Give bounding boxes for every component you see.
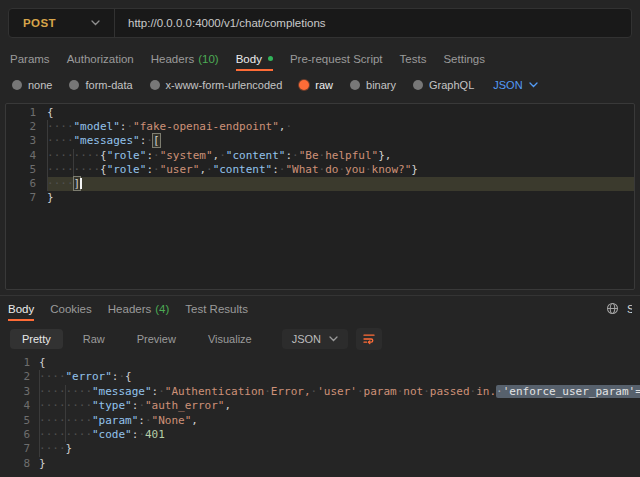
code-line[interactable]: 3····"messages":·[ <box>6 134 634 148</box>
indent-guide <box>73 149 74 163</box>
response-tab-body[interactable]: Body <box>8 296 34 321</box>
unsaved-dot-icon <box>268 56 273 61</box>
code-line[interactable]: 4········"type":·"auth_error", <box>0 399 640 413</box>
tab-tests[interactable]: Tests <box>400 46 427 71</box>
body-type-radio-none[interactable]: none <box>12 79 52 91</box>
tab-label: Body <box>8 303 34 315</box>
indent-guide <box>73 163 74 177</box>
indent-guide <box>47 163 48 177</box>
code-line[interactable]: 2····"model":·"fake-openai-endpoint",· <box>6 120 634 134</box>
indent-guide <box>47 120 48 134</box>
response-tab-cookies[interactable]: Cookies <box>50 296 92 321</box>
body-type-radio-x-www-form-urlencoded[interactable]: x-www-form-urlencoded <box>150 79 283 91</box>
line-number: 6 <box>0 428 30 442</box>
url-input[interactable]: http://0.0.0.0:4000/v1/chat/completions <box>128 17 326 29</box>
code-line[interactable]: 2····"error":·{ <box>0 370 640 384</box>
indent-guide <box>39 385 40 399</box>
response-tabs: BodyCookiesHeaders(4)Test Results S <box>0 295 640 321</box>
line-number: 1 <box>0 356 30 370</box>
view-visualize[interactable]: Visualize <box>196 329 264 349</box>
tab-label: Settings <box>443 53 485 65</box>
indent-guide <box>39 370 40 384</box>
body-type-radio-raw[interactable]: raw <box>299 79 333 91</box>
indent-guide <box>65 428 66 442</box>
response-toolbar: PrettyRawPreviewVisualize JSON <box>0 326 640 352</box>
method-select[interactable]: POST <box>9 9 115 37</box>
tab-label: Body <box>236 53 262 65</box>
code-line[interactable]: 1{ <box>0 356 640 370</box>
line-number: 8 <box>0 457 30 471</box>
code-line[interactable]: 1{ <box>6 106 634 120</box>
response-language-label: JSON <box>292 333 321 345</box>
tab-count-badge: (4) <box>155 303 169 315</box>
code-line[interactable]: 4········{"role":·"system",·"content":·"… <box>6 149 634 163</box>
indent-guide <box>39 428 40 442</box>
indent-guide <box>65 399 66 413</box>
indent-guide <box>47 177 48 191</box>
response-meta: S <box>606 296 632 321</box>
code-line[interactable]: 7} <box>6 191 634 205</box>
tab-count-badge: (10) <box>198 53 218 65</box>
tab-label: Params <box>10 53 50 65</box>
code-line[interactable]: 5········"param":·"None", <box>0 414 640 428</box>
indent-guide <box>65 385 66 399</box>
line-number: 2 <box>6 120 36 134</box>
request-body-editor[interactable]: 1{2····"model":·"fake-openai-endpoint",·… <box>5 103 635 290</box>
body-type-radio-form-data[interactable]: form-data <box>69 79 132 91</box>
line-number: 5 <box>6 163 36 177</box>
radio-label: GraphQL <box>429 79 474 91</box>
chevron-down-icon <box>329 336 338 342</box>
view-raw[interactable]: Raw <box>71 329 117 349</box>
indent-guide <box>39 414 40 428</box>
response-tab-headers[interactable]: Headers(4) <box>108 296 170 321</box>
language-select[interactable]: JSON <box>493 79 537 91</box>
line-number: 7 <box>6 191 36 205</box>
line-number: 1 <box>6 106 36 120</box>
tab-params[interactable]: Params <box>10 46 50 71</box>
radio-label: binary <box>366 79 396 91</box>
method-label: POST <box>23 17 56 29</box>
radio-icon <box>12 80 22 90</box>
line-number: 6 <box>6 177 36 191</box>
tab-settings[interactable]: Settings <box>443 46 485 71</box>
radio-label: form-data <box>85 79 132 91</box>
wrap-text-button[interactable] <box>356 328 382 350</box>
code-line[interactable]: 3········"message":·"Authentication·Erro… <box>0 385 640 399</box>
view-preview[interactable]: Preview <box>125 329 188 349</box>
tab-label: Pre-request Script <box>290 53 383 65</box>
indent-guide <box>47 134 48 148</box>
body-type-options: noneform-datax-www-form-urlencodedrawbin… <box>12 79 474 91</box>
response-language-select[interactable]: JSON <box>282 329 348 349</box>
line-number: 3 <box>0 385 30 399</box>
response-body-editor[interactable]: 1{2····"error":·{3········"message":·"Au… <box>0 356 640 477</box>
request-tabs: ParamsAuthorizationHeaders(10)BodyPre-re… <box>0 46 640 71</box>
line-number: 4 <box>6 149 36 163</box>
tab-label: Headers <box>151 53 194 65</box>
tab-authorization[interactable]: Authorization <box>67 46 134 71</box>
code-line[interactable]: 7····} <box>0 442 640 456</box>
body-type-row: noneform-datax-www-form-urlencodedrawbin… <box>0 72 640 98</box>
tab-label: Cookies <box>50 303 92 315</box>
radio-icon <box>413 80 423 90</box>
globe-icon[interactable] <box>606 302 619 315</box>
code-line[interactable]: 8} <box>0 457 640 471</box>
code-line[interactable]: 6····] <box>6 177 634 191</box>
code-line[interactable]: 6········"code":·401 <box>0 428 640 442</box>
line-number: 4 <box>0 399 30 413</box>
body-type-radio-binary[interactable]: binary <box>350 79 396 91</box>
radio-label: x-www-form-urlencoded <box>166 79 283 91</box>
line-number: 3 <box>6 134 36 148</box>
line-number: 2 <box>0 370 30 384</box>
radio-label: none <box>28 79 52 91</box>
tab-headers[interactable]: Headers(10) <box>151 46 219 71</box>
line-number: 7 <box>0 442 30 456</box>
response-tab-test-results[interactable]: Test Results <box>185 296 248 321</box>
radio-icon <box>150 80 160 90</box>
tab-label: Headers <box>108 303 151 315</box>
body-type-radio-graphql[interactable]: GraphQL <box>413 79 474 91</box>
tab-pre-request-script[interactable]: Pre-request Script <box>290 46 383 71</box>
view-pretty[interactable]: Pretty <box>10 329 63 349</box>
tab-body[interactable]: Body <box>236 46 273 71</box>
code-line[interactable]: 5········{"role":·"user",·"content":·"Wh… <box>6 163 634 177</box>
url-container: POST http://0.0.0.0:4000/v1/chat/complet… <box>8 8 632 38</box>
